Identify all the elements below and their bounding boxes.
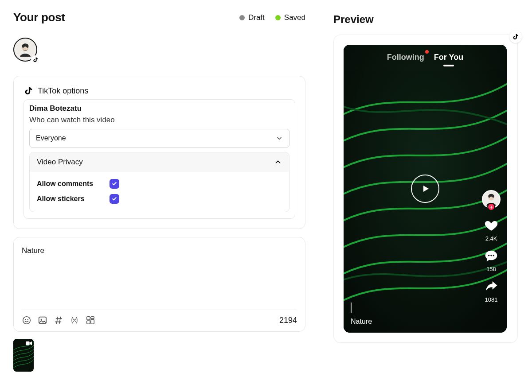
chevron-down-icon: [276, 135, 283, 142]
preview-card: Following For You: [333, 35, 518, 343]
comments-count: 158: [486, 266, 496, 272]
svg-point-17: [490, 255, 492, 256]
svg-point-4: [27, 319, 28, 320]
image-icon[interactable]: [38, 315, 47, 325]
like-button[interactable]: 2.4K: [484, 218, 498, 242]
video-privacy-section: Video Privacy Allow comments: [29, 152, 289, 212]
caption-card: Nature: [13, 237, 305, 332]
video-privacy-toggle[interactable]: Video Privacy: [30, 152, 289, 172]
media-thumbnail[interactable]: [13, 339, 34, 372]
allow-stickers-label: Allow stickers: [37, 195, 99, 203]
account-avatar[interactable]: [13, 38, 37, 62]
char-counter: 2194: [279, 316, 297, 325]
preview-phone: Following For You: [344, 45, 507, 333]
svg-point-16: [488, 255, 489, 256]
svg-rect-8: [91, 317, 94, 319]
svg-rect-7: [87, 317, 90, 320]
heart-icon: [484, 218, 498, 233]
preview-heading: Preview: [333, 13, 518, 26]
preview-caption: Nature: [351, 318, 372, 326]
following-label: Following: [387, 53, 424, 62]
share-button[interactable]: 1081: [484, 279, 498, 303]
text-caret-icon: [351, 303, 352, 313]
play-button[interactable]: [411, 175, 439, 203]
svg-point-6: [41, 319, 42, 320]
play-icon: [420, 183, 430, 194]
svg-point-18: [493, 255, 494, 256]
chevron-up-icon: [274, 158, 282, 166]
notification-dot-icon: [425, 50, 429, 54]
saved-dot-icon: [275, 15, 281, 20]
tiktok-badge-icon: [31, 55, 40, 64]
video-badge-icon: [26, 341, 32, 346]
template-icon[interactable]: [86, 315, 95, 325]
account-name: Dima Botezatu: [29, 104, 289, 113]
caption-toolbar: [22, 315, 95, 325]
tiktok-options-card: TikTok options Dima Botezatu Who can wat…: [13, 76, 305, 229]
allow-comments-label: Allow comments: [37, 180, 99, 188]
allow-comments-checkbox[interactable]: [110, 179, 119, 189]
variable-icon[interactable]: [70, 315, 79, 325]
status-badges: Draft Saved: [239, 13, 305, 22]
visibility-select[interactable]: Everyone: [29, 129, 289, 147]
shares-count: 1081: [485, 296, 498, 303]
likes-count: 2.4K: [485, 235, 497, 242]
visibility-selected-value: Everyone: [36, 134, 66, 142]
follow-plus-icon[interactable]: +: [487, 203, 495, 211]
tab-for-you[interactable]: For You: [434, 53, 463, 62]
page-title: Your post: [13, 11, 65, 24]
share-icon: [484, 279, 498, 294]
preview-side-actions: + 2.4K 158 1081: [482, 190, 501, 303]
caption-input[interactable]: Nature: [22, 245, 297, 310]
draft-label: Draft: [248, 13, 265, 22]
svg-rect-12: [26, 342, 30, 345]
options-title: TikTok options: [38, 86, 88, 96]
for-you-label: For You: [434, 53, 463, 62]
tab-following[interactable]: Following: [387, 53, 424, 62]
saved-label: Saved: [284, 13, 305, 22]
options-subcard: Dima Botezatu Who can watch this video E…: [23, 99, 295, 219]
comment-button[interactable]: 158: [484, 249, 498, 272]
svg-rect-9: [91, 319, 94, 324]
avatar-face-icon: [16, 41, 34, 58]
preview-tiktok-badge-icon: [509, 31, 522, 43]
preview-author-avatar[interactable]: +: [482, 190, 501, 209]
draft-dot-icon: [239, 15, 245, 20]
draft-status: Draft: [239, 13, 265, 22]
comment-icon: [484, 249, 498, 263]
emoji-icon[interactable]: [22, 315, 31, 325]
svg-point-3: [25, 319, 26, 320]
saved-status: Saved: [275, 13, 305, 22]
preview-feed-tabs: Following For You: [344, 53, 507, 62]
video-privacy-label: Video Privacy: [37, 158, 83, 167]
visibility-field-label: Who can watch this video: [29, 116, 289, 124]
svg-rect-10: [87, 321, 90, 324]
svg-point-2: [23, 317, 31, 324]
svg-rect-5: [39, 317, 47, 324]
tiktok-icon: [23, 86, 33, 96]
allow-stickers-checkbox[interactable]: [110, 194, 119, 204]
hashtag-icon[interactable]: [54, 315, 63, 325]
